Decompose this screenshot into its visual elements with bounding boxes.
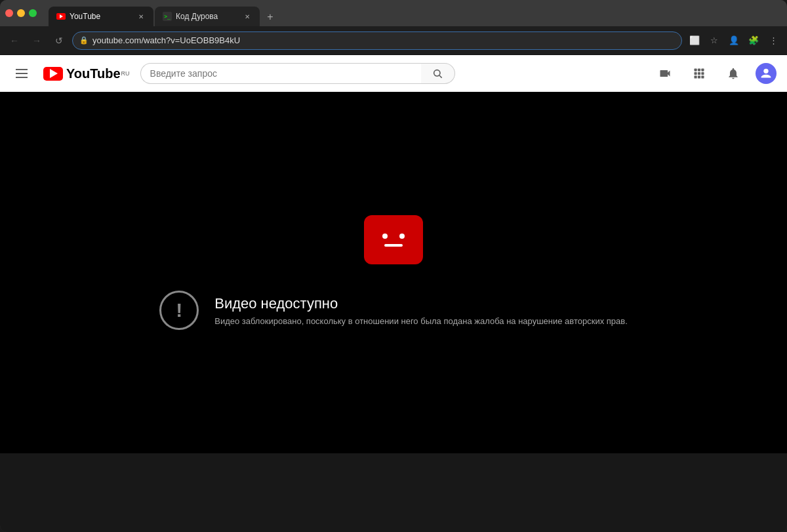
- tab-kod-durova[interactable]: >_ Код Дурова ✕: [155, 7, 260, 26]
- search-button[interactable]: [421, 63, 455, 84]
- create-video-button[interactable]: [653, 62, 677, 85]
- tab-bar: YouTube ✕ >_ Код Дурова ✕ +: [49, 0, 279, 26]
- lock-icon: 🔒: [79, 36, 89, 45]
- bell-icon: [727, 67, 740, 80]
- youtube-logo-icon: [43, 67, 63, 81]
- error-description: Видео заблокировано, поскольку в отношен…: [214, 316, 628, 326]
- video-player-area: ! Видео недоступно Видео заблокировано, …: [0, 92, 787, 453]
- bookmark-icon[interactable]: ☆: [706, 32, 723, 49]
- more-icon[interactable]: ⋮: [765, 32, 782, 49]
- youtube-logo[interactable]: YouTubeRU: [43, 66, 130, 81]
- yt-face-eyes: [382, 234, 405, 239]
- apps-button[interactable]: [687, 62, 711, 85]
- minimize-window-button[interactable]: [17, 9, 25, 17]
- yt-eye-right: [399, 234, 405, 239]
- navigation-bar: ← → ↺ 🔒 youtube.com/watch?v=UoEOBB9B4kU …: [0, 26, 787, 55]
- svg-line-1: [439, 75, 442, 78]
- tab-youtube-close[interactable]: ✕: [136, 12, 146, 21]
- svg-rect-7: [701, 72, 704, 75]
- youtube-logo-ru: RU: [121, 70, 130, 77]
- search-bar: [140, 63, 455, 84]
- maximize-window-button[interactable]: [29, 9, 37, 17]
- cast-icon[interactable]: ⬜: [686, 32, 703, 49]
- notifications-button[interactable]: [721, 62, 745, 85]
- camera-icon: [658, 67, 672, 80]
- yt-sad-face-icon: [364, 215, 423, 264]
- traffic-lights: [5, 9, 37, 17]
- svg-rect-2: [695, 69, 697, 72]
- youtube-play-icon: [50, 69, 58, 78]
- error-exclamation-icon: !: [159, 291, 199, 330]
- hamburger-line: [16, 69, 28, 70]
- tab-youtube-favicon: [56, 12, 66, 21]
- hamburger-line: [16, 77, 28, 78]
- svg-point-11: [763, 69, 768, 73]
- svg-rect-10: [701, 75, 704, 78]
- search-icon: [432, 68, 443, 79]
- nav-right-buttons: ⬜ ☆ 👤 🧩 ⋮: [686, 32, 782, 49]
- error-message-container: ! Видео недоступно Видео заблокировано, …: [159, 291, 628, 330]
- svg-rect-9: [698, 75, 700, 78]
- tab-kod-durova-close[interactable]: ✕: [243, 12, 252, 21]
- new-tab-button[interactable]: +: [261, 8, 279, 26]
- svg-rect-4: [701, 69, 704, 72]
- title-bar: YouTube ✕ >_ Код Дурова ✕ +: [0, 0, 787, 26]
- error-title: Видео недоступно: [214, 295, 628, 312]
- user-avatar[interactable]: [756, 63, 777, 84]
- yt-eye-left: [382, 234, 388, 239]
- browser-window: YouTube ✕ >_ Код Дурова ✕ + ← → ↺ 🔒: [0, 0, 787, 532]
- hamburger-menu-button[interactable]: [10, 64, 33, 83]
- svg-rect-6: [698, 72, 700, 75]
- hamburger-line: [16, 73, 28, 74]
- address-text: youtube.com/watch?v=UoEOBB9B4kU: [92, 35, 675, 45]
- youtube-logo-text: YouTube: [66, 66, 121, 81]
- toolbar-right: [653, 62, 777, 85]
- svg-rect-3: [698, 69, 700, 72]
- tab-youtube-title: YouTube: [70, 12, 132, 21]
- yt-face-mouth: [384, 244, 403, 247]
- avatar-icon: [759, 66, 773, 81]
- svg-rect-5: [695, 72, 697, 75]
- svg-rect-8: [695, 75, 697, 78]
- error-text-block: Видео недоступно Видео заблокировано, по…: [214, 295, 628, 326]
- extensions-icon[interactable]: 🧩: [745, 32, 762, 49]
- grid-icon: [693, 67, 706, 80]
- back-button[interactable]: ←: [5, 31, 24, 50]
- tab-kod-durova-title: Код Дурова: [176, 12, 239, 21]
- profile-icon[interactable]: 👤: [725, 32, 742, 49]
- youtube-toolbar: YouTubeRU: [0, 55, 787, 92]
- svg-point-0: [434, 70, 440, 76]
- reload-button[interactable]: ↺: [50, 31, 68, 50]
- tab-youtube[interactable]: YouTube ✕: [49, 7, 153, 26]
- tab-kod-durova-favicon: >_: [163, 12, 172, 21]
- search-input[interactable]: [140, 63, 421, 84]
- below-video-area: [0, 453, 787, 532]
- close-window-button[interactable]: [5, 9, 13, 17]
- forward-button[interactable]: →: [28, 31, 46, 50]
- address-bar[interactable]: 🔒 youtube.com/watch?v=UoEOBB9B4kU: [72, 31, 682, 50]
